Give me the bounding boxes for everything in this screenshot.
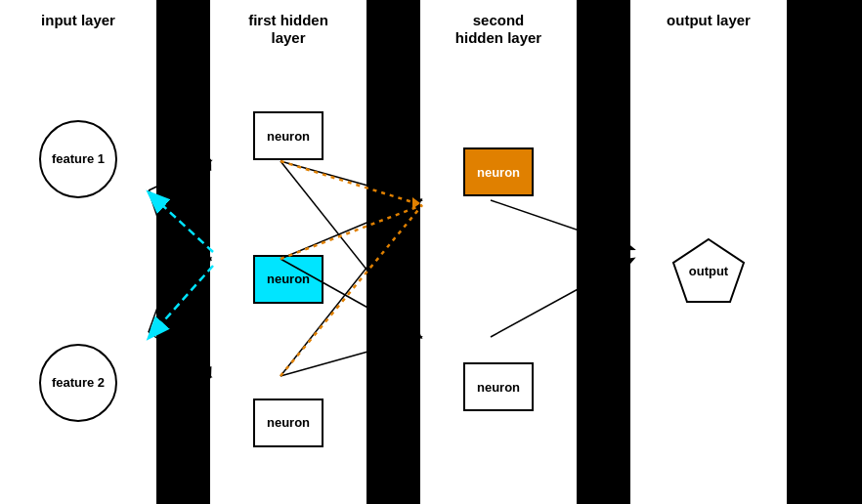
hidden2-node-2: neuron xyxy=(463,362,534,411)
hidden1-layer-title: first hiddenlayer xyxy=(248,12,328,47)
hidden2-layer-panel: secondhidden layer neuron neuron xyxy=(420,0,577,504)
hidden2-node-1-orange: neuron xyxy=(463,147,534,196)
input-layer-title: input layer xyxy=(41,12,115,29)
gap-2 xyxy=(366,0,420,504)
hidden1-node-2-cyan: neuron xyxy=(253,255,323,304)
output-layer-panel: output layer output xyxy=(630,0,787,504)
hidden2-layer-title: secondhidden layer xyxy=(455,12,541,47)
input-node-1: feature 1 xyxy=(39,120,117,198)
main-wrapper: input layer feature 1 feature 2 first hi… xyxy=(0,0,862,504)
output-nodes-container: output xyxy=(669,37,748,504)
hidden1-node-1: neuron xyxy=(253,111,323,160)
hidden1-nodes-container: neuron neuron neuron xyxy=(253,55,323,504)
hidden2-nodes-container: neuron neuron xyxy=(463,55,534,504)
input-node-2: feature 2 xyxy=(39,344,117,422)
hidden1-node-3: neuron xyxy=(253,399,323,447)
hidden1-layer-panel: first hiddenlayer neuron neuron neuron xyxy=(210,0,366,504)
input-nodes-container: feature 1 feature 2 xyxy=(39,37,117,504)
gap-3 xyxy=(577,0,630,504)
output-node: output xyxy=(669,235,748,306)
input-layer-panel: input layer feature 1 feature 2 xyxy=(0,0,156,504)
output-layer-title: output layer xyxy=(667,12,751,29)
neural-network-diagram: input layer feature 1 feature 2 first hi… xyxy=(0,0,862,504)
gap-1 xyxy=(156,0,210,504)
